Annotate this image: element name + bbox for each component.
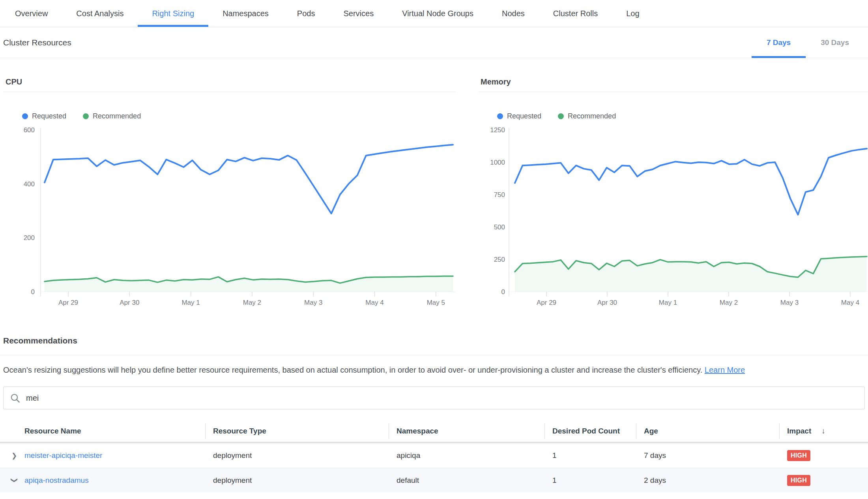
legend-recommended[interactable]: Recommended bbox=[558, 112, 616, 120]
svg-text:200: 200 bbox=[24, 234, 35, 242]
legend-dot-requested bbox=[497, 113, 503, 119]
cell-resource-type: deployment bbox=[205, 451, 389, 460]
cell-resource-type: deployment bbox=[205, 476, 389, 485]
tab-namespaces[interactable]: Namespaces bbox=[208, 0, 283, 27]
legend-label-requested: Requested bbox=[507, 112, 541, 120]
memory-chart-panel: Memory RequestedRecommended 025050075010… bbox=[478, 58, 868, 311]
tab-pods[interactable]: Pods bbox=[283, 0, 329, 27]
svg-text:May 2: May 2 bbox=[243, 299, 261, 306]
legend-dot-recommended bbox=[83, 113, 89, 119]
tab-services[interactable]: Services bbox=[329, 0, 388, 27]
recommendations-table: Resource NameResource TypeNamespaceDesir… bbox=[0, 420, 868, 492]
tab-log[interactable]: Log bbox=[612, 0, 653, 27]
memory-chart-legend: RequestedRecommended bbox=[497, 112, 868, 120]
column-header-impact[interactable]: Impact↓ bbox=[779, 420, 868, 442]
svg-text:750: 750 bbox=[494, 191, 505, 199]
svg-text:May 5: May 5 bbox=[427, 299, 445, 306]
svg-text:Apr 30: Apr 30 bbox=[597, 299, 617, 306]
tab-nodes[interactable]: Nodes bbox=[488, 0, 539, 27]
svg-text:May 3: May 3 bbox=[780, 299, 799, 306]
svg-text:May 4: May 4 bbox=[841, 299, 859, 306]
column-label-age: Age bbox=[644, 427, 658, 435]
learn-more-link[interactable]: Learn More bbox=[705, 366, 745, 374]
legend-dot-recommended bbox=[558, 113, 564, 119]
column-header-desired-pod-count[interactable]: Desired Pod Count bbox=[544, 420, 636, 442]
search-icon bbox=[10, 393, 21, 403]
chevron-right-icon[interactable]: ❯ bbox=[11, 452, 17, 460]
cell-impact: HIGH bbox=[779, 475, 868, 486]
table-body: ❯meister-apiciqa-meisterdeploymentapiciq… bbox=[0, 443, 868, 492]
cell-desired-pod-count: 1 bbox=[544, 476, 636, 485]
legend-recommended[interactable]: Recommended bbox=[83, 112, 141, 120]
svg-text:500: 500 bbox=[494, 223, 505, 231]
svg-text:Apr 30: Apr 30 bbox=[120, 299, 139, 306]
legend-requested[interactable]: Requested bbox=[22, 112, 66, 120]
search-box[interactable] bbox=[3, 386, 865, 409]
cell-namespace: apiciqa bbox=[389, 451, 544, 460]
svg-text:Apr 29: Apr 29 bbox=[537, 299, 556, 306]
cpu-chart-panel: CPU RequestedRecommended 0200400600Apr 2… bbox=[3, 58, 456, 311]
impact-badge: HIGH bbox=[787, 475, 810, 486]
svg-text:May 1: May 1 bbox=[659, 299, 677, 306]
svg-text:0: 0 bbox=[501, 288, 505, 296]
column-label-desired-pod-count: Desired Pod Count bbox=[552, 427, 620, 435]
range-tab-7-days[interactable]: 7 Days bbox=[752, 27, 806, 58]
time-range-tabs: 7 Days30 Days bbox=[752, 27, 864, 58]
cpu-chart: 0200400600Apr 29Apr 30May 1May 2May 3May… bbox=[3, 122, 456, 311]
recommendations-title: Recommendations bbox=[0, 336, 868, 355]
table-row[interactable]: ❯meister-apiciqa-meisterdeploymentapiciq… bbox=[0, 443, 868, 468]
cell-impact: HIGH bbox=[779, 450, 868, 461]
svg-text:600: 600 bbox=[24, 126, 35, 134]
recommendations-description-text: Ocean's resizing suggestions will help y… bbox=[3, 366, 702, 374]
column-label-impact: Impact bbox=[787, 427, 811, 435]
legend-label-requested: Requested bbox=[32, 112, 66, 120]
svg-text:May 4: May 4 bbox=[365, 299, 383, 306]
svg-text:May 3: May 3 bbox=[304, 299, 322, 306]
column-label-resource-type: Resource Type bbox=[213, 427, 266, 435]
chevron-down-icon[interactable]: ❯ bbox=[10, 477, 19, 484]
svg-text:1250: 1250 bbox=[490, 126, 505, 134]
svg-text:250: 250 bbox=[494, 256, 505, 263]
resource-name-link[interactable]: apiqa-nostradamus bbox=[24, 476, 89, 485]
svg-text:May 2: May 2 bbox=[720, 299, 738, 306]
legend-dot-requested bbox=[22, 113, 28, 119]
cell-resource-name: ❯apiqa-nostradamus bbox=[0, 476, 205, 485]
resource-name-link[interactable]: meister-apiciqa-meister bbox=[24, 451, 102, 460]
page-title: Cluster Resources bbox=[3, 38, 71, 47]
tab-virtual-node-groups[interactable]: Virtual Node Groups bbox=[388, 0, 488, 27]
tab-cluster-rolls[interactable]: Cluster Rolls bbox=[539, 0, 612, 27]
cpu-chart-title: CPU bbox=[3, 77, 456, 92]
svg-text:400: 400 bbox=[24, 180, 35, 188]
search-input[interactable] bbox=[26, 394, 858, 403]
cell-desired-pod-count: 1 bbox=[544, 451, 636, 460]
sort-arrow-down: ↓ bbox=[821, 427, 825, 435]
cell-namespace: default bbox=[389, 476, 544, 485]
column-label-resource-name: Resource Name bbox=[24, 427, 81, 435]
column-header-namespace[interactable]: Namespace bbox=[389, 420, 544, 442]
recommendations-description: Ocean's resizing suggestions will help y… bbox=[3, 366, 865, 375]
cluster-resources-header: Cluster Resources 7 Days30 Days bbox=[0, 27, 868, 58]
cell-resource-name: ❯meister-apiciqa-meister bbox=[0, 451, 205, 460]
tab-overview[interactable]: Overview bbox=[1, 0, 62, 27]
range-tab-30-days[interactable]: 30 Days bbox=[806, 27, 864, 58]
table-header: Resource NameResource TypeNamespaceDesir… bbox=[0, 420, 868, 443]
svg-text:May 1: May 1 bbox=[181, 299, 200, 306]
legend-requested[interactable]: Requested bbox=[497, 112, 541, 120]
svg-text:0: 0 bbox=[31, 288, 35, 296]
column-header-resource-type[interactable]: Resource Type bbox=[205, 420, 389, 442]
tab-cost-analysis[interactable]: Cost Analysis bbox=[62, 0, 138, 27]
memory-chart-title: Memory bbox=[478, 77, 868, 92]
tab-right-sizing[interactable]: Right Sizing bbox=[138, 0, 208, 27]
svg-text:1000: 1000 bbox=[490, 159, 505, 166]
cell-age: 7 days bbox=[636, 451, 779, 460]
cpu-chart-legend: RequestedRecommended bbox=[22, 112, 456, 120]
column-header-resource-name[interactable]: Resource Name bbox=[0, 420, 205, 442]
column-header-age[interactable]: Age bbox=[636, 420, 779, 442]
column-label-namespace: Namespace bbox=[397, 427, 438, 435]
memory-chart: 025050075010001250Apr 29Apr 30May 1May 2… bbox=[478, 122, 868, 311]
charts-row: CPU RequestedRecommended 0200400600Apr 2… bbox=[0, 58, 868, 311]
impact-badge: HIGH bbox=[787, 450, 810, 461]
table-row[interactable]: ❯apiqa-nostradamusdeploymentdefault12 da… bbox=[0, 468, 868, 492]
legend-label-recommended: Recommended bbox=[568, 112, 616, 120]
cell-age: 2 days bbox=[636, 476, 779, 485]
